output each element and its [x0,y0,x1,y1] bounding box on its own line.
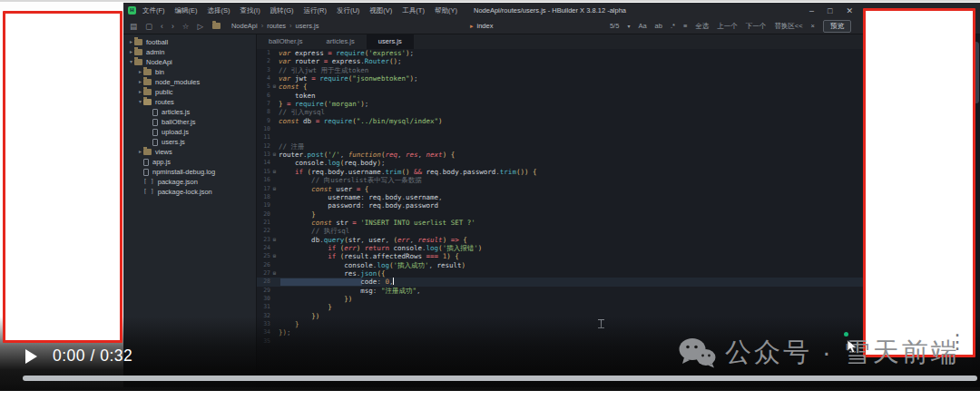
minimize-icon[interactable]: – [809,6,814,15]
menu-item[interactable]: 发行(U) [337,6,359,15]
find-control[interactable]: Aa [638,22,646,31]
breadcrumb-item[interactable]: routes [267,22,286,30]
find-control[interactable]: 上一个 [717,22,738,31]
tree-item[interactable]: articles.js [123,107,256,117]
tree-item[interactable]: ▸bin [123,67,256,77]
find-control[interactable]: 替换区<< [774,22,802,31]
run-icon[interactable]: ▷ [197,22,203,31]
code-line[interactable]: 6 token [257,92,939,100]
fold-icon[interactable]: ⊟ [270,151,279,159]
menu-item[interactable]: 查找(I) [240,6,260,15]
code-line[interactable]: 30 }) [257,295,939,303]
tree-item[interactable]: ▾routes [123,97,256,107]
code-line[interactable]: 20 } [257,210,939,219]
code-line[interactable]: 19 password: req.body.password [257,201,939,210]
tree-item[interactable]: ballOther.js [123,117,256,127]
code-line[interactable]: 3// 引入jwt 用于生成token [257,66,939,74]
menu-item[interactable]: 编辑(E) [175,6,198,15]
breadcrumb-item[interactable]: users.js [296,22,319,30]
code-line[interactable]: 13⊟router.post('/', function(req, res, n… [257,151,939,159]
chevron-down-icon[interactable]: ▾ [627,23,630,29]
code-line[interactable]: 11 [257,133,939,141]
tree-item[interactable]: users.js [123,137,256,147]
breadcrumb-item[interactable]: NodeApi [231,22,258,30]
tree-arrow-icon[interactable]: ▸ [137,87,143,97]
code-line[interactable]: 22 // 执行sql [257,227,939,235]
find-control[interactable]: 下一个 [746,22,767,31]
find-control[interactable]: .* [671,22,675,31]
find-control[interactable]: 全选 [695,22,709,31]
back-icon[interactable]: ‹ [161,22,163,31]
tree-item[interactable]: [ ]package-lock.json [123,187,256,197]
fold-icon[interactable]: ⊟ [270,185,279,193]
code-line[interactable]: 26 console.log('插入成功', result) [257,261,939,269]
tree-arrow-icon[interactable]: ▸ [137,147,143,157]
close-icon[interactable]: ✕ [846,6,853,15]
code-line[interactable]: 21 const str = 'INSERT INTO userlist SET… [257,219,939,227]
tree-item[interactable]: [ ]package.json [123,177,256,187]
tree-item[interactable]: npminstall-debug.log [123,167,256,177]
code-line[interactable]: 25⊟ if (result.affectedRows === 1) { [257,252,939,260]
menu-item[interactable]: 选择(S) [208,6,230,15]
editor-tab[interactable]: articles.js [315,34,367,49]
new-file-icon[interactable]: ▢ [145,22,152,31]
code-line[interactable]: 27⊟ res.json({ [257,269,939,278]
play-button[interactable] [25,349,37,364]
video-progress-bar[interactable] [23,376,977,381]
console-icon[interactable]: ▤ [130,22,137,31]
code-line[interactable]: 1var express = require('express'); [257,49,939,57]
tree-arrow-icon[interactable]: ▾ [137,97,143,107]
tree-arrow-icon[interactable]: ▸ [128,37,134,47]
code-line[interactable]: 31 } [257,303,939,311]
code-line[interactable]: 10 [257,125,939,133]
code-line[interactable]: 29 msg: "注册成功", [257,287,939,295]
code-line[interactable]: 2var router = express.Router(); [257,57,939,65]
code-line[interactable]: 5⊟const { [257,83,939,91]
find-control[interactable]: ≡ [683,22,687,31]
editor-tab[interactable]: users.js [367,34,414,49]
fold-icon[interactable]: ⊟ [270,252,279,260]
forward-icon[interactable]: › [172,22,174,31]
menu-item[interactable]: 运行(R) [304,6,327,15]
fold-icon[interactable]: ⊟ [270,168,279,176]
tree-item[interactable]: ▾NodeApi [123,57,256,67]
menu-item[interactable]: 跳转(G) [270,6,294,15]
code-line[interactable]: 15⊟ if (req.body.username.trim() && req.… [257,168,939,176]
code-line[interactable]: 4var jwt = require("jsonwebtoken"); [257,74,939,83]
favorite-icon[interactable]: ☆ [182,22,190,31]
tree-item[interactable]: ▸views [123,147,256,157]
code-line[interactable]: 17⊟ const user = { [257,185,939,193]
code-line[interactable]: 16 // 向userslist表中写入一条数据 [257,176,939,184]
tree-item[interactable]: ▸football [123,37,256,47]
kebab-menu-icon[interactable]: ⋮ [947,337,967,346]
tree-arrow-icon[interactable]: ▸ [137,77,143,87]
menu-item[interactable]: 文件(F) [142,6,165,15]
tree-item[interactable]: ▸public [123,87,256,97]
project-folder-icon[interactable] [212,23,220,29]
code-line[interactable]: 14 console.log(req.body); [257,159,939,167]
tree-arrow-icon[interactable]: ▾ [128,57,134,67]
tree-item[interactable]: upload.js [123,127,256,137]
code-line[interactable]: 12// 注册 [257,142,939,151]
maximize-icon[interactable]: □ [828,6,832,15]
find-control[interactable]: ab [655,22,662,31]
code-line[interactable]: 24 if (err) return console.log('插入报错') [257,244,939,252]
fold-icon[interactable]: ⊟ [270,236,279,244]
tree-item[interactable]: ▸admin [123,47,256,57]
tree-item[interactable]: app.js [123,157,256,167]
tree-arrow-icon[interactable]: ▸ [128,47,134,57]
tree-item[interactable]: ▸node_modules [123,77,256,87]
tree-arrow-icon[interactable]: ▸ [137,67,143,77]
code-line[interactable]: 9const db = require("../bin/mysql/index"… [257,117,939,125]
fold-icon[interactable]: ⊟ [270,269,279,278]
fold-icon[interactable]: ⊟ [270,83,279,91]
preview-button[interactable]: 预览 [823,20,851,33]
code-line[interactable]: 8// 引入mysql [257,108,939,116]
code-line[interactable]: 18 username: req.body.username, [257,193,939,201]
find-query-display[interactable]: ▸ index [470,18,493,34]
code-line[interactable]: 28 code: 0, [257,278,939,286]
code-line[interactable]: 23⊟ db.query(str, user, (err, result) =>… [257,236,939,244]
editor-tab[interactable]: ballOther.js [257,34,315,49]
find-control[interactable]: × [811,22,815,31]
code-line[interactable]: 7} = require('morgan'); [257,100,939,108]
